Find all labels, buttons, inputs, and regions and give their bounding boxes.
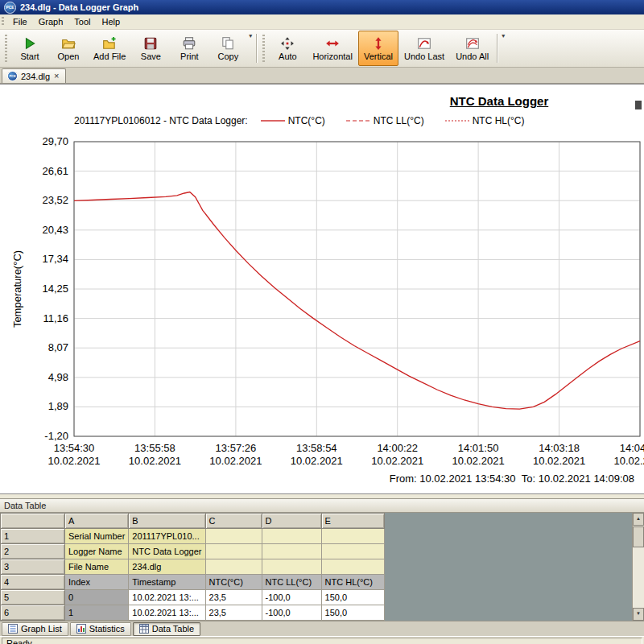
row-header-3[interactable]: 3	[1, 559, 65, 575]
tab-234dlg[interactable]: PCE 234.dlg ×	[2, 68, 66, 83]
svg-text:10.02.2021: 10.02.2021	[452, 455, 505, 467]
scrollbar-thumb[interactable]	[633, 526, 644, 547]
save-label: Save	[141, 52, 161, 61]
add-file-label: Add File	[93, 52, 126, 61]
status-text: Ready	[2, 638, 642, 644]
row-header-1[interactable]: 1	[1, 529, 65, 544]
toolbar-overflow-chevron-icon[interactable]: ▾	[247, 31, 254, 41]
col-header-a[interactable]: A	[65, 514, 129, 529]
scrollbar-track[interactable]	[633, 548, 644, 608]
table-cell[interactable]: File Name	[65, 559, 129, 575]
table-cell[interactable]: NTC Data Logger	[129, 544, 205, 559]
legend-label-ntc-hl: NTC HL(°C)	[473, 115, 525, 126]
toolbar-grip-handle[interactable]	[262, 35, 265, 62]
table-cell[interactable]: NTC LL(°C)	[262, 575, 321, 590]
tab-statistics-label: Statistics	[89, 624, 125, 634]
table-cell[interactable]: 1	[65, 605, 129, 621]
table-cell[interactable]	[262, 529, 321, 544]
open-button[interactable]: Open	[49, 31, 88, 66]
undo-all-button[interactable]: Undo All	[450, 31, 494, 66]
table-cell[interactable]: Serial Number	[65, 529, 129, 544]
add-file-button[interactable]: Add File	[88, 31, 131, 66]
svg-text:20,43: 20,43	[42, 224, 68, 236]
table-cell[interactable]	[321, 529, 384, 544]
vertical-arrows-icon	[371, 36, 386, 51]
tab-data-table[interactable]: Data Table	[133, 622, 200, 636]
table-cell[interactable]	[262, 544, 321, 559]
solid-line-icon	[261, 118, 285, 124]
vertical-button[interactable]: Vertical	[358, 31, 398, 66]
start-label: Start	[20, 52, 39, 61]
row-header-4[interactable]: 4	[1, 575, 65, 590]
menu-grip-handle[interactable]	[2, 17, 4, 27]
tab-statistics[interactable]: Statistics	[70, 622, 131, 636]
svg-text:10.02.2021: 10.02.2021	[47, 455, 100, 467]
statistics-icon	[76, 624, 86, 634]
pce-tab-icon-text: PCE	[9, 74, 15, 78]
undo-last-button[interactable]: Undo Last	[398, 31, 450, 66]
table-cell[interactable]: 234.dlg	[129, 559, 205, 575]
col-header-e[interactable]: E	[321, 514, 384, 529]
table-cell[interactable]	[205, 544, 262, 559]
table-cell[interactable]: Index	[65, 575, 129, 590]
menu-tool[interactable]: Tool	[68, 15, 96, 28]
svg-text:14:03:18: 14:03:18	[539, 442, 580, 454]
table-cell[interactable]: 23,5	[205, 590, 262, 605]
table-row: 6 1 10.02.2021 13:... 23,5 -100,0 150,0	[1, 605, 385, 621]
table-cell[interactable]: -100,0	[262, 605, 321, 621]
menu-file[interactable]: File	[7, 15, 33, 28]
document-tab-label: 234.dlg	[21, 72, 50, 81]
table-cell[interactable]: 150,0	[321, 605, 384, 621]
table-cell[interactable]	[321, 559, 384, 575]
scroll-down-icon[interactable]: ▼	[633, 608, 644, 621]
table-cell[interactable]	[321, 544, 384, 559]
save-icon	[143, 36, 158, 51]
table-row: 4 Index Timestamp NTC(°C) NTC LL(°C) NTC…	[1, 575, 385, 590]
toolbar-overflow-chevron-icon[interactable]: ▾	[500, 31, 506, 41]
row-header-6[interactable]: 6	[1, 605, 65, 621]
table-cell[interactable]	[205, 559, 262, 575]
table-corner-cell[interactable]	[1, 514, 65, 529]
table-cell[interactable]: 0	[65, 590, 129, 605]
menu-graph[interactable]: Graph	[33, 15, 69, 28]
row-header-2[interactable]: 2	[1, 544, 65, 559]
pce-tab-icon: PCE	[7, 71, 18, 81]
print-button[interactable]: Print	[170, 31, 208, 66]
table-cell[interactable]: 10.02.2021 13:...	[129, 590, 205, 605]
table-cell[interactable]	[262, 559, 321, 575]
data-table: A B C D E 1 Serial Number 201117YPL010..…	[0, 513, 385, 621]
save-button[interactable]: Save	[131, 31, 170, 66]
tab-graph-list[interactable]: Graph List	[2, 622, 68, 636]
toolbar-grip-handle[interactable]	[5, 35, 7, 62]
horizontal-label: Horizontal	[312, 52, 353, 61]
table-cell[interactable]: -100,0	[262, 590, 321, 605]
col-header-c[interactable]: C	[205, 514, 262, 529]
table-cell[interactable]: NTC HL(°C)	[321, 575, 384, 590]
col-header-d[interactable]: D	[262, 514, 321, 529]
table-cell[interactable]: Timestamp	[129, 575, 205, 590]
horizontal-button[interactable]: Horizontal	[307, 31, 358, 66]
start-button[interactable]: Start	[10, 31, 49, 66]
auto-button[interactable]: Auto	[268, 31, 307, 66]
svg-text:14:00:22: 14:00:22	[377, 442, 418, 454]
copy-button[interactable]: Copy	[208, 31, 247, 66]
table-cell[interactable]: Logger Name	[65, 544, 129, 559]
tab-close-icon[interactable]: ×	[53, 72, 60, 80]
table-cell[interactable]: 150,0	[321, 590, 384, 605]
table-cell[interactable]: 23,5	[205, 605, 262, 621]
menu-help[interactable]: Help	[97, 15, 126, 28]
svg-text:13:54:30: 13:54:30	[54, 442, 95, 454]
table-cell[interactable]: NTC(°C)	[205, 575, 262, 590]
table-cell[interactable]	[205, 529, 262, 544]
table-scrollbar[interactable]: ▲ ▼	[632, 513, 644, 621]
chart-scrollbar-thumb[interactable]	[635, 101, 642, 109]
svg-text:10.02.2021: 10.02.2021	[533, 455, 585, 467]
table-cell[interactable]: 10.02.2021 13:...	[129, 605, 205, 621]
row-header-5[interactable]: 5	[1, 590, 65, 605]
chart-panel: NTC Data Logger 201117YPL0106012 - NTC D…	[0, 84, 644, 494]
svg-text:14:04:46: 14:04:46	[620, 442, 644, 454]
table-cell[interactable]: 201117YPL010...	[129, 529, 205, 544]
scroll-up-icon[interactable]: ▲	[633, 513, 644, 526]
col-header-b[interactable]: B	[129, 514, 205, 529]
svg-text:1,89: 1,89	[48, 400, 68, 412]
